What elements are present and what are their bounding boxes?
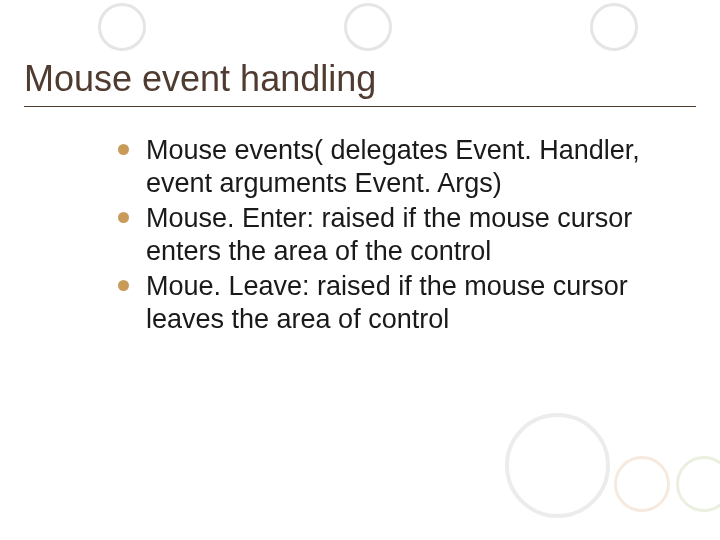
slide-title: Mouse event handling — [24, 58, 376, 100]
decorative-circle — [344, 3, 392, 51]
bullet-list: Mouse events( delegates Event. Handler, … — [118, 134, 640, 338]
list-item: Mouse. Enter: raised if the mouse cursor… — [118, 202, 640, 268]
bullet-icon — [118, 280, 129, 291]
decorative-circle — [590, 3, 638, 51]
list-item-text: Mouse. Enter: raised if the mouse cursor… — [146, 203, 632, 266]
decorative-circle — [505, 413, 610, 518]
list-item-text: Mouse events( delegates Event. Handler, … — [146, 135, 640, 198]
list-item: Mouse events( delegates Event. Handler, … — [118, 134, 640, 200]
list-item: Moue. Leave: raised if the mouse cursor … — [118, 270, 640, 336]
decorative-circle — [676, 456, 720, 512]
bullet-icon — [118, 212, 129, 223]
bullet-icon — [118, 144, 129, 155]
decorative-circle — [98, 3, 146, 51]
title-underline — [24, 106, 696, 107]
decorative-circle — [614, 456, 670, 512]
list-item-text: Moue. Leave: raised if the mouse cursor … — [146, 271, 628, 334]
